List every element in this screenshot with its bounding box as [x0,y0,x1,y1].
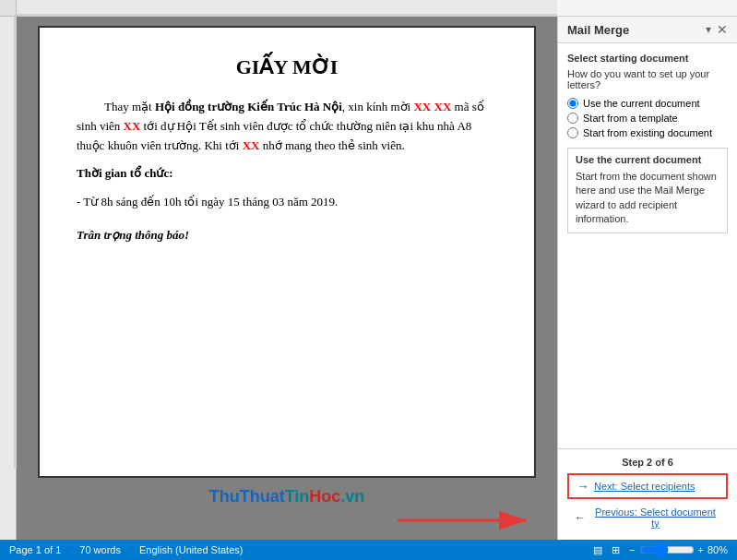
word-count: 70 words [79,544,121,555]
zoom-out-button[interactable]: − [629,544,635,555]
status-bar-right: ▤ ⊞ − + 80% [593,542,728,557]
use-current-box-desc: Start from the document shown here and u… [576,170,719,227]
body-red1: XX XX [413,100,451,113]
time-detail: - Từ 8h sáng đến 10h tối ngày 15 tháng 0… [77,193,497,212]
doc-title: GIẤY MỜI [77,55,497,79]
watermark-tin: Tin [285,487,310,506]
how-to-setup: How do you want to set up your letters? [567,68,728,90]
panel-title: Mail Merge [567,23,629,37]
page-info: Page 1 of 1 [9,544,61,555]
radio-group: Use the current document Start from a te… [567,98,728,138]
body-final: nhớ mang theo thẻ sinh viên. [259,138,404,152]
doc-body: Thay mặt Hội đồng trường Kiến Trúc Hà Nộ… [77,98,497,245]
body-red3: XX [243,138,260,152]
next-button[interactable]: → Next: Select recipients [567,473,728,499]
status-bar: Page 1 of 1 70 words English (United Sta… [0,540,737,560]
language: English (United States) [139,544,244,555]
radio-label-2: Start from a template [583,113,678,124]
radio-item-1[interactable]: Use the current document [567,98,728,109]
svg-rect-1 [17,14,557,17]
step-info: Step 2 of 6 [567,457,728,468]
ruler-left [0,17,17,540]
radio-template[interactable] [567,113,578,124]
zoom-level: 80% [707,544,728,555]
next-arrow-icon: → [577,479,589,494]
radio-label-3: Start from existing document [583,127,712,138]
layout-icon-2[interactable]: ⊞ [612,544,620,556]
prev-button-label: Previous: Select document ty [590,506,720,529]
watermark-thuat: Thuat [240,487,285,506]
radio-item-3[interactable]: Start from existing document [567,127,728,138]
arrow-indicator [398,506,545,534]
layout-icon-1[interactable]: ▤ [593,544,602,556]
time-heading: Thời gian tổ chức: [77,164,497,184]
main-container: GIẤY MỜI Thay mặt Hội đồng trường Kiến T… [0,17,737,540]
panel-body: Select starting document How do you want… [558,43,737,448]
radio-current-doc[interactable] [567,98,578,109]
radio-label-1: Use the current document [583,98,700,109]
document-page: GIẤY MỜI Thay mặt Hội đồng trường Kiến T… [38,26,536,478]
body-mid: , xin kính mời [342,100,414,113]
watermark-vn: .vn [340,487,364,506]
radio-item-2[interactable]: Start from a template [567,113,728,124]
next-button-label: Next: Select recipients [594,481,695,492]
mail-merge-panel: Mail Merge ▾ ✕ Select starting document … [557,17,737,540]
watermark-hoc: Hoc [309,487,340,506]
body-bold: Hội đồng trường Kiến Trúc Hà Nội [155,100,342,113]
watermark-thu: Thu [209,487,240,506]
step-area: Step 2 of 6 → Next: Select recipients ← … [558,448,737,540]
watermark: ThuThuatTinHoc.vn [209,487,365,506]
zoom-controls: − + 80% [629,542,728,557]
radio-existing[interactable] [567,127,578,138]
prev-arrow-icon: ← [575,511,586,524]
prev-button[interactable]: ← Previous: Select document ty [567,503,728,532]
zoom-slider[interactable] [639,542,695,557]
footer: Trân trọng thông báo! [77,226,497,245]
panel-menu-button[interactable]: ▾ [706,23,711,36]
zoom-in-button[interactable]: + [698,544,704,555]
use-current-box-title: Use the current document [576,154,719,165]
doc-area: GIẤY MỜI Thay mặt Hội đồng trường Kiến T… [17,17,557,540]
use-current-box: Use the current document Start from the … [567,148,728,233]
body-paragraph-1: Thay mặt Hội đồng trường Kiến Trúc Hà Nộ… [77,98,497,155]
body-red2: XX [124,119,141,133]
panel-close-button[interactable]: ✕ [717,22,728,37]
ruler-top-area: // We'll draw ticks inline via JS below [0,0,737,17]
panel-header: Mail Merge ▾ ✕ [558,17,737,43]
select-starting-title: Select starting document [567,53,728,64]
body-pre: Thay mặt [104,100,155,113]
